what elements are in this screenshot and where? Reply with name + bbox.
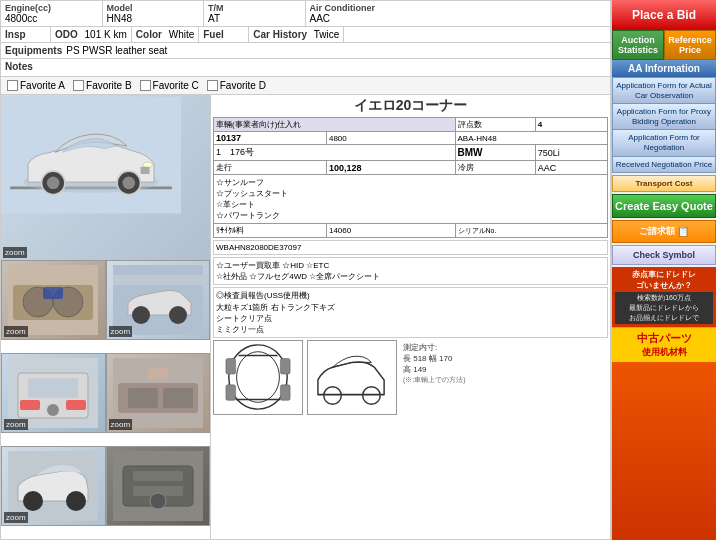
- odo-label: ODO: [55, 29, 78, 40]
- sheet-repair-label: ﾘｻｲｸﾙ料: [214, 224, 327, 238]
- favorite-a-label: Favorite A: [20, 80, 65, 91]
- sheet-score: 4: [535, 118, 607, 132]
- sheet-size-info: 測定内寸: 長 518 幅 170 高 149 (※:車輌上での方法): [401, 340, 608, 415]
- stats-ref-row: Auction Statistics Reference Price: [612, 30, 716, 60]
- favorite-c-checkbox[interactable]: [140, 80, 151, 91]
- tm-cell: T/M AT: [204, 1, 306, 26]
- model-cell: Model HN48: [103, 1, 205, 26]
- svg-point-4: [47, 177, 60, 190]
- favorite-d-label: Favorite D: [220, 80, 266, 91]
- color-cell: Color White: [132, 27, 199, 42]
- thumb-grid: zoom zoom: [1, 260, 210, 539]
- sheet-make: BMW: [455, 145, 535, 161]
- ad-1-sub: 検索数約160万点最新品にドレドレからお品揃えにドレドレで: [615, 292, 713, 324]
- request-icon: 📋: [677, 226, 689, 237]
- check-symbol-button[interactable]: Check Symbol: [612, 245, 716, 265]
- insp-label: Insp: [5, 29, 26, 40]
- svg-rect-43: [226, 385, 236, 401]
- thumb-1-zoom: zoom: [4, 326, 28, 337]
- svg-rect-20: [28, 378, 78, 398]
- ad-2[interactable]: 中古パーツ 使用机材料: [612, 327, 716, 362]
- svg-rect-28: [148, 368, 168, 380]
- right-panel: Place a Bid Auction Statistics Reference…: [611, 0, 716, 540]
- thumb-2[interactable]: zoom: [106, 260, 211, 340]
- thumb-1[interactable]: zoom: [1, 260, 106, 340]
- thumb-3-zoom: zoom: [4, 419, 28, 430]
- svg-rect-17: [113, 275, 203, 285]
- svg-point-30: [23, 491, 43, 511]
- thumb-6[interactable]: [106, 446, 211, 526]
- sheet-drawing: 測定内寸: 長 518 幅 170 高 149 (※:車輌上での方法): [213, 340, 608, 415]
- odo-cell: ODO 101 K km: [51, 27, 132, 42]
- thumb-5[interactable]: zoom: [1, 446, 106, 526]
- request-button[interactable]: ご請求額 📋: [612, 220, 716, 243]
- svg-rect-44: [280, 385, 290, 401]
- auction-stats-button[interactable]: Auction Statistics: [612, 30, 664, 60]
- ad-1[interactable]: 赤点車にドレドレゴいませんか？ 検索数約160万点最新品にドレドレからお品揃えに…: [612, 267, 716, 327]
- sheet-table: 車輛(事業者向け)仕入れ 評点数 4 10137 4800 ABA-HN48 1…: [213, 117, 608, 238]
- sheet-repair-cost: 14060: [326, 224, 455, 238]
- thumb-3[interactable]: zoom: [1, 353, 106, 433]
- fuel-label: Fuel: [203, 29, 224, 40]
- sheet-chassis: シリアルNo.: [455, 224, 608, 238]
- ac-value: AAC: [310, 13, 404, 24]
- favorite-c-item[interactable]: Favorite C: [140, 80, 199, 91]
- sheet-grade-label: 評点数: [455, 118, 535, 132]
- btn-negotiation-form[interactable]: Application Form for Negotiation: [612, 129, 716, 155]
- thumb-6-img: [113, 451, 203, 521]
- thumb-4-zoom: zoom: [109, 419, 133, 430]
- svg-rect-8: [141, 167, 150, 174]
- request-label: ご請求額: [639, 225, 675, 238]
- transport-cost-button[interactable]: Transport Cost: [612, 175, 716, 192]
- favorites-row: Favorite A Favorite B Favorite C Favorit…: [1, 77, 610, 95]
- btn-received-negotiation[interactable]: Received Negotiation Price: [612, 156, 716, 174]
- svg-point-38: [237, 352, 280, 403]
- sheet-cooling-label: 冷房: [455, 161, 535, 175]
- ad-2-sub: 使用机材料: [615, 346, 713, 359]
- favorite-b-item[interactable]: Favorite B: [73, 80, 132, 91]
- favorite-c-label: Favorite C: [153, 80, 199, 91]
- insp-cell: Insp: [1, 27, 51, 42]
- sheet-model-code: ABA-HN48: [455, 132, 608, 145]
- auction-sheet: イエロ20コーナー 車輛(事業者向け)仕入れ 評点数 4 10137 4800 …: [211, 95, 610, 539]
- easy-quote-button[interactable]: Create Easy Quote: [612, 194, 716, 218]
- bid-button[interactable]: Place a Bid: [612, 0, 716, 30]
- thumb-4[interactable]: zoom: [106, 353, 211, 433]
- odo-value: 101 K km: [85, 29, 127, 40]
- left-panel: Engine(cc) 4800cc Model HN48 T/M AT Air …: [0, 0, 611, 540]
- sheet-mileage: 100,128: [326, 161, 455, 175]
- equip-row: Equipments PS PWSR leather seat: [1, 43, 610, 59]
- top-info-row: Engine(cc) 4800cc Model HN48 T/M AT Air …: [1, 1, 610, 27]
- second-info-row: Insp ODO 101 K km Color White Fuel Car H…: [1, 27, 610, 43]
- sheet-title: イエロ20コーナー: [213, 97, 608, 115]
- favorite-d-item[interactable]: Favorite D: [207, 80, 266, 91]
- main-photo[interactable]: zoom: [1, 95, 210, 260]
- color-label: Color: [136, 29, 162, 40]
- sheet-ac-mark: AAC: [535, 161, 607, 175]
- favorite-b-checkbox[interactable]: [73, 80, 84, 91]
- thumb-3-img: [8, 358, 98, 428]
- favorite-a-checkbox[interactable]: [7, 80, 18, 91]
- notes-label: Notes: [5, 61, 33, 74]
- thumb-1-img: [8, 265, 98, 335]
- btn-proxy-bidding[interactable]: Application Form for Proxy Bidding Opera…: [612, 103, 716, 129]
- svg-point-23: [47, 404, 59, 416]
- photos-panel: zoom zoom: [1, 95, 211, 539]
- sheet-header-1: 車輛(事業者向け)仕入れ: [214, 118, 456, 132]
- main-car-image: [1, 95, 181, 215]
- bottom-ads: 赤点車にドレドレゴいませんか？ 検索数約160万点最新品にドレドレからお品揃えに…: [612, 267, 716, 540]
- btn-actual-car[interactable]: Application Form for Actual Car Observat…: [612, 77, 716, 103]
- favorite-a-item[interactable]: Favorite A: [7, 80, 65, 91]
- svg-point-31: [66, 491, 86, 511]
- favorite-d-checkbox[interactable]: [207, 80, 218, 91]
- ac-label: Air Conditioner: [310, 3, 404, 13]
- main-container: Engine(cc) 4800cc Model HN48 T/M AT Air …: [0, 0, 716, 540]
- aa-info-header: AA Information: [612, 60, 716, 77]
- svg-rect-13: [43, 287, 63, 299]
- tm-value: AT: [208, 13, 301, 24]
- car-history-cell: Car History Twice: [249, 27, 344, 42]
- engine-cell: Engine(cc) 4800cc: [1, 1, 103, 26]
- car-diagram-top: [213, 340, 303, 415]
- reference-price-button[interactable]: Reference Price: [664, 30, 716, 60]
- model-label: Model: [107, 3, 200, 13]
